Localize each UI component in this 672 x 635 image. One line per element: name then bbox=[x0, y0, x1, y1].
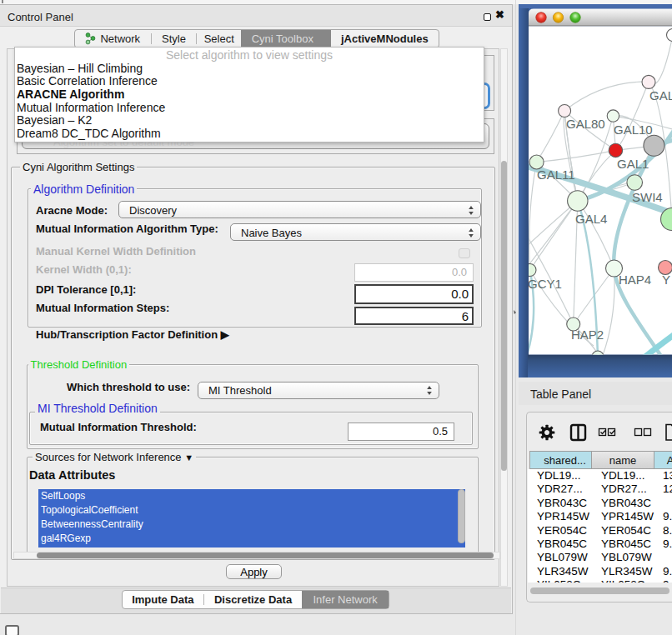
svg-text:HAP2: HAP2 bbox=[571, 328, 604, 342]
svg-text:GAL10: GAL10 bbox=[614, 122, 653, 137]
svg-text:SWI4: SWI4 bbox=[632, 190, 663, 204]
svg-text:GAL11: GAL11 bbox=[537, 168, 575, 182]
svg-text:GCY1: GCY1 bbox=[528, 277, 562, 291]
svg-text:GAL80: GAL80 bbox=[566, 117, 605, 131]
svg-text:GAL: GAL bbox=[649, 88, 672, 102]
svg-text:Y: Y bbox=[662, 272, 670, 287]
svg-text:GAL1: GAL1 bbox=[617, 157, 649, 171]
svg-text:HAP4: HAP4 bbox=[619, 272, 651, 287]
svg-text:GAL4: GAL4 bbox=[575, 212, 607, 226]
